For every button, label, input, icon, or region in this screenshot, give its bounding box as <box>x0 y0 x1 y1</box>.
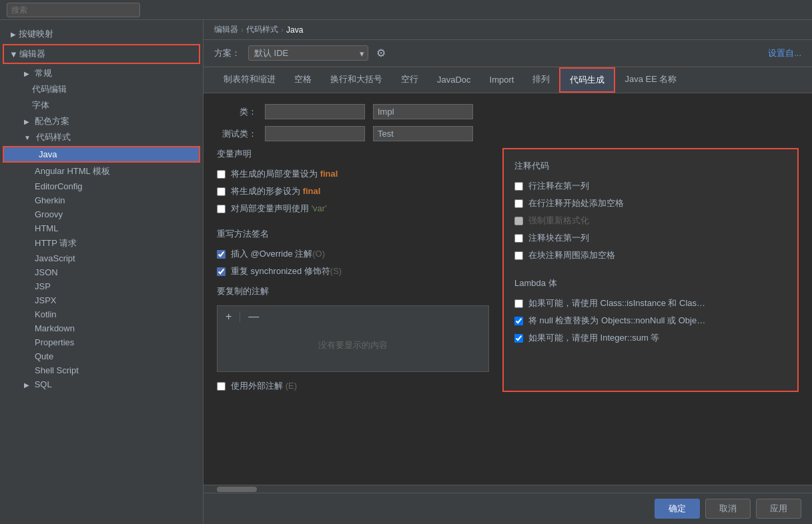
repeat-sync-checkbox[interactable] <box>217 267 226 276</box>
checkbox-param-final: 将生成的形参设为 final <box>217 185 489 197</box>
annotations-title: 要复制的注解 <box>217 285 489 297</box>
tabs-bar: 制表符和缩进 空格 换行和大括号 空行 JavaDoc Import 排列 代码… <box>204 67 812 93</box>
sidebar-item-jsp[interactable]: JSP <box>0 279 203 293</box>
tab-wrap-braces[interactable]: 换行和大括号 <box>321 68 392 92</box>
apply-button[interactable]: 应用 <box>756 499 801 519</box>
repeat-sync-label: 重复 synchronized 修饰符(S) <box>231 265 342 277</box>
override-title: 重写方法签名 <box>217 228 489 240</box>
arrow-icon: ▶ <box>11 31 16 38</box>
sidebar-item-code-edit[interactable]: 代码编辑 <box>0 81 203 97</box>
sidebar-item-code-style[interactable]: ▼ 代码样式 <box>0 129 203 145</box>
scheme-select[interactable]: 默认 IDE 项目 <box>248 45 368 61</box>
tab-tabs-indent[interactable]: 制表符和缩进 <box>214 68 285 92</box>
lambda-integer-sum-row: 如果可能，请使用 Integer::sum 等 <box>514 332 787 344</box>
block-space-checkbox[interactable] <box>514 251 523 260</box>
sidebar-item-javascript[interactable]: JavaScript <box>0 251 203 265</box>
ok-button[interactable]: 确定 <box>655 499 700 519</box>
col-left: 变量声明 将生成的局部变量设为 final 将生成的形参设为 final <box>217 148 489 392</box>
cancel-button[interactable]: 取消 <box>705 499 751 519</box>
lambda-null-label: 将 null 检查替换为 Objects::nonNull 或 Obje… <box>528 315 705 327</box>
sidebar-item-html[interactable]: HTML <box>0 221 203 235</box>
comment-code-title: 注释代码 <box>514 160 787 172</box>
scheme-label: 方案： <box>214 47 240 59</box>
add-annotation-button[interactable]: + <box>223 311 234 322</box>
test-input[interactable] <box>265 126 365 141</box>
sidebar-item-json[interactable]: JSON <box>0 265 203 279</box>
sidebar-item-jspx[interactable]: JSPX <box>0 293 203 307</box>
block-first-checkbox[interactable] <box>514 234 523 243</box>
tab-javadoc[interactable]: JavaDoc <box>428 69 480 91</box>
tab-blank-lines[interactable]: 空行 <box>392 68 428 92</box>
local-var-label: 对局部变量声明使用 'var' <box>231 203 327 215</box>
tab-java-ee[interactable]: Java EE 名称 <box>615 68 686 92</box>
tab-arrange[interactable]: 排列 <box>523 68 559 92</box>
class-input[interactable] <box>265 104 365 119</box>
external-annotation-row: 使用外部注解 (E) <box>217 380 489 392</box>
gear-icon[interactable]: ⚙ <box>376 47 386 59</box>
force-reformat-label: 强制重新格式化 <box>528 215 589 227</box>
sidebar-item-editor-config[interactable]: EditorConfig <box>0 179 203 193</box>
impl-input[interactable] <box>373 104 473 119</box>
line-space-checkbox[interactable] <box>514 199 523 208</box>
external-annotation-checkbox[interactable] <box>217 382 226 391</box>
local-final-label: 将生成的局部变量设为 final <box>231 168 338 180</box>
lambda-null-checkbox[interactable] <box>514 317 523 325</box>
lambda-class-instance-row: 如果可能，请使用 Class::isInstance 和 Clas… <box>514 297 787 309</box>
search-input[interactable] <box>7 3 140 17</box>
param-final-label: 将生成的形参设为 final <box>231 185 320 197</box>
bottom-bar: 确定 取消 应用 <box>204 493 812 524</box>
insert-override-checkbox[interactable] <box>217 250 226 259</box>
force-reformat-checkbox[interactable] <box>514 217 523 225</box>
checkbox-line-first: 行注释在第一列 <box>514 180 787 192</box>
sidebar-item-general[interactable]: ▶ 常规 <box>0 65 203 81</box>
sidebar-item-properties[interactable]: Properties <box>0 335 203 349</box>
block-space-label: 在块注释周围添加空格 <box>528 249 615 261</box>
sidebar-item-qute[interactable]: Qute <box>0 349 203 363</box>
annotations-controls: + — <box>223 311 483 322</box>
sidebar-item-angular-html[interactable]: Angular HTML 模板 <box>0 163 203 179</box>
tab-code-gen[interactable]: 代码生成 <box>559 67 615 93</box>
sidebar-item-http-request[interactable]: HTTP 请求 <box>0 235 203 251</box>
lambda-integer-label: 如果可能，请使用 Integer::sum 等 <box>528 332 659 344</box>
scheme-bar: 方案： 默认 IDE 项目 ⚙ 设置自... <box>204 40 812 67</box>
lambda-null-check-row: 将 null 检查替换为 Objects::nonNull 或 Obje… <box>514 315 787 327</box>
local-var-checkbox[interactable] <box>217 205 226 213</box>
test-suffix-input[interactable] <box>373 126 473 141</box>
sidebar-item-editor[interactable]: ▼ 编辑器 <box>3 44 200 64</box>
sidebar-item-gherkin[interactable]: Gherkin <box>0 193 203 207</box>
lambda-integer-checkbox[interactable] <box>514 334 523 343</box>
sidebar-item-kotlin[interactable]: Kotlin <box>0 307 203 321</box>
checkbox-line-space: 在行注释开始处添加空格 <box>514 197 787 209</box>
sidebar-item-java[interactable]: Java <box>3 146 200 163</box>
tab-spaces[interactable]: 空格 <box>285 68 321 92</box>
override-section: 重写方法签名 插入 @Override 注解(O) 重复 synchronize… <box>217 228 489 277</box>
insert-override-label: 插入 @Override 注解(O) <box>231 248 325 260</box>
lambda-section: Lambda 体 如果可能，请使用 Class::isInstance 和 Cl… <box>514 277 787 344</box>
external-annotation-label: 使用外部注解 (E) <box>231 380 297 392</box>
lambda-class-checkbox[interactable] <box>514 299 523 308</box>
checkbox-repeat-sync: 重复 synchronized 修饰符(S) <box>217 265 489 277</box>
annotations-section: 要复制的注解 + — 没有要显示的内容 <box>217 285 489 372</box>
sidebar-item-color-scheme[interactable]: ▶ 配色方案 <box>0 113 203 129</box>
breadcrumb: 编辑器 › 代码样式 › Java <box>204 20 812 40</box>
sidebar-item-markdown[interactable]: Markdown <box>0 321 203 335</box>
sidebar-item-shell-script[interactable]: Shell Script <box>0 363 203 377</box>
line-first-label: 行注释在第一列 <box>528 180 589 192</box>
sidebar-item-sql[interactable]: ▶ SQL <box>0 377 203 391</box>
settings-link[interactable]: 设置自... <box>768 47 801 59</box>
tab-import[interactable]: Import <box>480 69 524 91</box>
checkbox-block-first: 注释块在第一列 <box>514 232 787 244</box>
sidebar-item-font[interactable]: 字体 <box>0 97 203 113</box>
var-declaration-section: 变量声明 将生成的局部变量设为 final 将生成的形参设为 final <box>217 148 489 215</box>
main-content: 类： 测试类： 变量声明 <box>204 93 812 485</box>
line-first-checkbox[interactable] <box>514 182 523 191</box>
remove-annotation-button[interactable]: — <box>246 311 262 322</box>
checkbox-force-reformat: 强制重新格式化 <box>514 215 787 227</box>
param-final-checkbox[interactable] <box>217 187 226 196</box>
local-final-checkbox[interactable] <box>217 170 226 179</box>
bottom-scrollbar[interactable] <box>204 485 812 493</box>
col-right: 注释代码 行注释在第一列 在行注释开始处添加空格 强制重新格式化 <box>502 148 799 392</box>
sidebar-item-groovy[interactable]: Groovy <box>0 207 203 221</box>
sidebar-item-keybind[interactable]: ▶ 按键映射 <box>0 25 203 43</box>
sidebar: ▶ 按键映射 ▼ 编辑器 ▶ 常规 代码编辑 字体 ▶ 配色方案 ▼ 代码样式 … <box>0 20 204 524</box>
